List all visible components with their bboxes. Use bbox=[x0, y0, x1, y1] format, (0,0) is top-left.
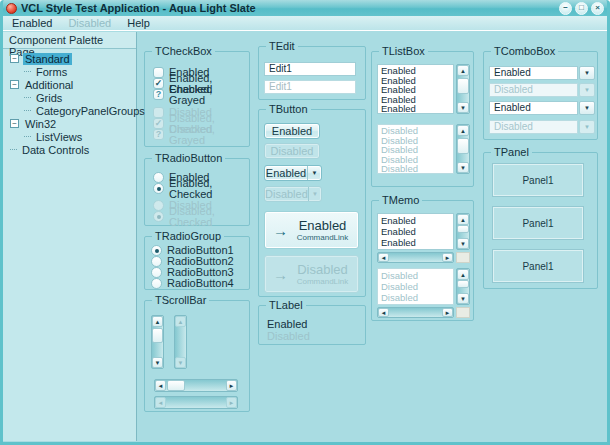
dropdown-arrow-icon[interactable]: ▼ bbox=[579, 66, 595, 80]
vertical-scrollbar-enabled[interactable]: ▲ ▼ bbox=[151, 315, 164, 369]
list-item[interactable]: Enabled bbox=[381, 114, 450, 115]
collapse-icon[interactable]: − bbox=[10, 119, 19, 128]
scroll-up-icon[interactable]: ▲ bbox=[457, 65, 469, 76]
maximize-icon[interactable]: □ bbox=[575, 2, 588, 15]
scroll-up-icon[interactable]: ▲ bbox=[457, 269, 469, 280]
horizontal-scrollbar-enabled[interactable]: ◄ ► bbox=[154, 379, 238, 392]
group-tedit: TEdit Edit1 Edit1 bbox=[258, 46, 366, 100]
scroll-left-icon[interactable]: ◄ bbox=[378, 308, 389, 317]
tree-item-grids[interactable]: Grids bbox=[3, 91, 136, 104]
collapse-icon[interactable]: − bbox=[10, 54, 19, 63]
tree-item-listviews[interactable]: ListViews bbox=[3, 130, 136, 143]
scroll-down-icon[interactable]: ▼ bbox=[457, 238, 469, 249]
memo-vscrollbar[interactable]: ▲ ▼ bbox=[456, 268, 470, 305]
tree-item-categorypanelgroups[interactable]: CategoryPanelGroups bbox=[3, 104, 136, 117]
title-bar: VCL Style Test Application - Aqua Light … bbox=[0, 0, 610, 16]
scroll-right-icon[interactable]: ► bbox=[442, 308, 453, 317]
listbox-scrollbar[interactable]: ▲ ▼ bbox=[456, 64, 470, 114]
scroll-up-icon[interactable]: ▲ bbox=[457, 214, 469, 225]
splitbutton-enabled[interactable]: Enabled ▼ bbox=[264, 165, 322, 181]
vertical-scrollbar-disabled: ▲ ▼ bbox=[174, 315, 187, 369]
radio-label: RadioButton4 bbox=[167, 278, 234, 289]
tree-connector bbox=[24, 110, 31, 111]
dropdown-arrow-icon[interactable]: ▼ bbox=[307, 166, 321, 180]
scroll-right-icon[interactable]: ► bbox=[226, 380, 237, 391]
radio-icon bbox=[153, 200, 164, 211]
listbox-items[interactable]: Enabled Enabled Enabled Enabled Enabled … bbox=[377, 64, 454, 114]
tree-item-forms[interactable]: Forms bbox=[3, 65, 136, 78]
memo-line: Enabled bbox=[381, 226, 450, 237]
edit-enabled[interactable]: Edit1 bbox=[264, 62, 356, 76]
scroll-up-icon[interactable]: ▲ bbox=[457, 125, 469, 136]
memo-hscrollbar[interactable]: ◄ ► bbox=[377, 252, 454, 263]
scroll-left-icon[interactable]: ◄ bbox=[378, 253, 389, 262]
radio-checked-icon bbox=[153, 211, 164, 222]
scrollbar-track[interactable] bbox=[152, 327, 163, 357]
tree-item-win32[interactable]: − Win32 bbox=[3, 117, 136, 130]
scrollbar-track[interactable] bbox=[457, 136, 469, 162]
scrollbar-thumb[interactable] bbox=[457, 280, 469, 288]
tree-label: Data Controls bbox=[20, 144, 91, 156]
grayed-icon: ? bbox=[153, 129, 164, 140]
listbox-scrollbar[interactable]: ▲ ▼ bbox=[456, 124, 470, 174]
scrollbar-thumb[interactable] bbox=[457, 225, 469, 233]
combobox-value: Disabled bbox=[489, 83, 578, 97]
scroll-down-icon[interactable]: ▼ bbox=[457, 293, 469, 304]
scroll-left-icon[interactable]: ◄ bbox=[155, 380, 166, 391]
menu-item-enabled[interactable]: Enabled bbox=[4, 17, 60, 29]
scrollbar-thumb[interactable] bbox=[457, 138, 469, 154]
scrollbar-track[interactable] bbox=[457, 76, 469, 102]
checkmark-icon: ✓ bbox=[153, 78, 164, 89]
memo-hscrollbar[interactable]: ◄ ► bbox=[377, 307, 454, 318]
memo-vscrollbar[interactable]: ▲ ▼ bbox=[456, 213, 470, 250]
combobox-value[interactable]: Enabled bbox=[489, 101, 578, 115]
scrollbar-thumb[interactable] bbox=[457, 78, 469, 94]
dropdown-arrow-icon: ▼ bbox=[579, 120, 595, 134]
checkbox-enabled-grayed[interactable]: ? Enabled, Grayed bbox=[153, 89, 249, 100]
commandlink-enabled[interactable]: → Enabled CommandLink bbox=[264, 211, 359, 249]
tree-item-additional[interactable]: − Additional bbox=[3, 78, 136, 91]
menu-item-help[interactable]: Help bbox=[119, 17, 158, 29]
tree-label: CategoryPanelGroups bbox=[34, 105, 147, 117]
memo-line: Disabled bbox=[381, 270, 450, 281]
combobox-enabled-1[interactable]: Enabled ▼ bbox=[489, 66, 595, 80]
scrollbar-track[interactable] bbox=[457, 280, 469, 293]
memo-text[interactable]: Enabled Enabled Enabled bbox=[377, 213, 454, 250]
checkbox-label: Enabled, Grayed bbox=[169, 84, 249, 106]
scrollbar-track bbox=[166, 397, 226, 408]
radio-enabled-checked[interactable]: Enabled, Checked bbox=[153, 183, 249, 194]
memo-enabled[interactable]: Enabled Enabled Enabled ▲ ▼ ◄ bbox=[377, 213, 470, 258]
radio-disabled-checked: Disabled, Checked bbox=[153, 211, 249, 222]
scrollbar-track[interactable] bbox=[389, 308, 442, 317]
radiogroup-item-4[interactable]: RadioButton4 bbox=[151, 278, 234, 289]
combobox-value[interactable]: Enabled bbox=[489, 66, 578, 80]
memo-line: Disabled bbox=[381, 292, 450, 303]
scroll-down-icon[interactable]: ▼ bbox=[457, 162, 469, 173]
dropdown-arrow-icon[interactable]: ▼ bbox=[579, 101, 595, 115]
listbox-enabled[interactable]: Enabled Enabled Enabled Enabled Enabled … bbox=[377, 64, 470, 114]
group-title: TLabel bbox=[266, 299, 306, 312]
scroll-up-icon[interactable]: ▲ bbox=[152, 316, 163, 327]
collapse-icon[interactable]: − bbox=[10, 80, 19, 89]
scrollbar-track[interactable] bbox=[166, 380, 226, 391]
scroll-right-icon[interactable]: ► bbox=[442, 253, 453, 262]
splitbutton-label[interactable]: Enabled bbox=[265, 167, 307, 179]
group-title: TButton bbox=[266, 103, 311, 116]
close-icon[interactable]: × bbox=[591, 2, 604, 15]
combobox-enabled-2[interactable]: Enabled ▼ bbox=[489, 101, 595, 115]
group-title: TListBox bbox=[379, 45, 428, 58]
label-disabled: Disabled bbox=[267, 330, 310, 342]
radio-checked-icon bbox=[151, 245, 162, 256]
button-enabled[interactable]: Enabled bbox=[264, 123, 320, 139]
scroll-down-icon[interactable]: ▼ bbox=[457, 102, 469, 113]
minimize-icon[interactable]: − bbox=[559, 2, 572, 15]
scrollbar-thumb[interactable] bbox=[167, 380, 185, 391]
scroll-down-icon[interactable]: ▼ bbox=[152, 357, 163, 368]
tree-item-standard[interactable]: − Standard bbox=[3, 52, 136, 65]
scrollbar-track[interactable] bbox=[457, 225, 469, 238]
button-disabled: Disabled bbox=[264, 143, 320, 159]
tree-item-data-controls[interactable]: Data Controls bbox=[3, 143, 136, 156]
scrollbar-track[interactable] bbox=[389, 253, 442, 262]
group-tscrollbar: TScrollBar ▲ ▼ ▲ ▼ ◄ ► ◄ bbox=[144, 300, 250, 412]
scrollbar-thumb[interactable] bbox=[152, 328, 163, 343]
